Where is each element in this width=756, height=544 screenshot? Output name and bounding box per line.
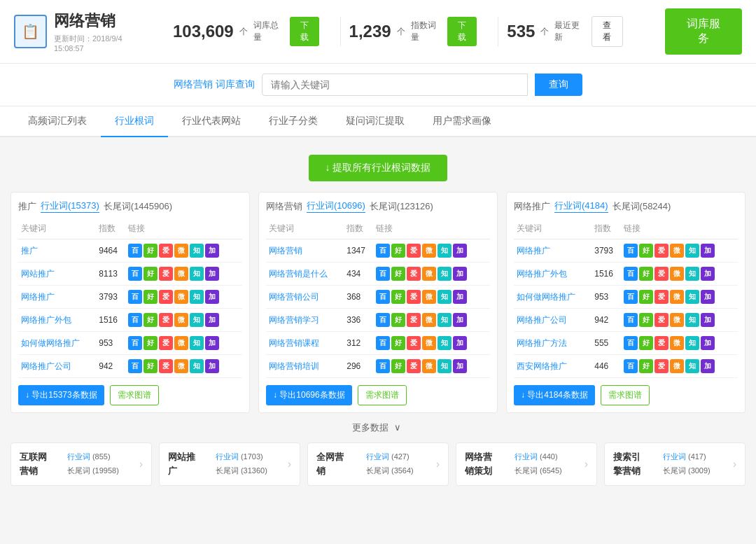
bc-card-3[interactable]: 网络营销策划 行业词 (440) 长尾词 (6545) › xyxy=(456,442,597,486)
platform-badge[interactable]: 知 xyxy=(438,290,451,304)
kw-link[interactable]: 网络营销是什么 xyxy=(269,269,328,279)
platform-badge[interactable]: 百 xyxy=(376,313,390,327)
tab-industry-root[interactable]: 行业根词 xyxy=(101,106,168,137)
col1-demand-btn[interactable]: 需求图谱 xyxy=(110,385,159,405)
platform-badge[interactable]: 加 xyxy=(701,244,715,258)
tab-high-freq[interactable]: 高频词汇列表 xyxy=(14,106,101,137)
platform-badge[interactable]: 知 xyxy=(685,359,699,373)
col3-industry-link[interactable]: 行业词(4184) xyxy=(554,200,608,213)
platform-badge[interactable]: 爱 xyxy=(654,244,668,258)
search-button[interactable]: 查询 xyxy=(535,74,582,96)
platform-badge[interactable]: 好 xyxy=(144,336,158,350)
platform-badge[interactable]: 知 xyxy=(190,336,204,350)
platform-badge[interactable]: 微 xyxy=(422,290,436,304)
platform-badge[interactable]: 知 xyxy=(438,359,451,373)
platform-badge[interactable]: 爱 xyxy=(159,336,173,350)
platform-badge[interactable]: 爱 xyxy=(159,313,173,327)
platform-badge[interactable]: 百 xyxy=(128,313,142,327)
tab-user-demand[interactable]: 用户需求画像 xyxy=(419,106,505,137)
platform-badge[interactable]: 爱 xyxy=(654,267,668,281)
kw-link[interactable]: 网络营销 xyxy=(269,246,302,256)
platform-badge[interactable]: 百 xyxy=(376,267,390,281)
platform-badge[interactable]: 爱 xyxy=(159,244,173,258)
platform-badge[interactable]: 爱 xyxy=(407,359,421,373)
platform-badge[interactable]: 百 xyxy=(624,359,638,373)
platform-badge[interactable]: 百 xyxy=(128,244,142,258)
kw-link[interactable]: 西安网络推广 xyxy=(517,361,567,371)
platform-badge[interactable]: 加 xyxy=(701,313,715,327)
platform-badge[interactable]: 加 xyxy=(701,290,715,304)
bc-card-1[interactable]: 网站推广 行业词 (1703) 长尾词 (31360) › xyxy=(159,442,300,486)
platform-badge[interactable]: 知 xyxy=(685,290,699,304)
platform-badge[interactable]: 百 xyxy=(624,290,638,304)
kw-link[interactable]: 网络推广外包 xyxy=(517,269,567,279)
kw-link[interactable]: 网络推广 xyxy=(21,292,55,302)
bc-card-4[interactable]: 搜索引擎营销 行业词 (417) 长尾词 (3009) › xyxy=(604,442,746,486)
platform-badge[interactable]: 百 xyxy=(624,313,638,327)
platform-badge[interactable]: 好 xyxy=(391,267,405,281)
platform-badge[interactable]: 微 xyxy=(422,313,436,327)
platform-badge[interactable]: 微 xyxy=(670,336,684,350)
col3-export-btn[interactable]: ↓ 导出4184条数据 xyxy=(514,385,595,405)
col3-demand-btn[interactable]: 需求图谱 xyxy=(601,385,650,405)
kw-link[interactable]: 网络推广方法 xyxy=(517,338,567,348)
kw-link[interactable]: 如何做网络推广 xyxy=(21,338,80,348)
search-input[interactable] xyxy=(262,74,528,96)
platform-badge[interactable]: 爱 xyxy=(654,359,668,373)
platform-badge[interactable]: 好 xyxy=(144,359,158,373)
kw-link[interactable]: 网络推广公司 xyxy=(21,361,71,371)
platform-badge[interactable]: 加 xyxy=(453,359,467,373)
platform-badge[interactable]: 好 xyxy=(144,267,158,281)
platform-badge[interactable]: 微 xyxy=(422,359,436,373)
platform-badge[interactable]: 爱 xyxy=(159,267,173,281)
platform-badge[interactable]: 知 xyxy=(438,336,451,350)
platform-badge[interactable]: 百 xyxy=(376,290,390,304)
platform-badge[interactable]: 知 xyxy=(685,336,699,350)
col1-industry-link[interactable]: 行业词(15373) xyxy=(41,200,99,213)
service-button[interactable]: 词库服务 xyxy=(665,8,742,55)
platform-badge[interactable]: 好 xyxy=(391,359,405,373)
platform-badge[interactable]: 好 xyxy=(639,267,653,281)
platform-badge[interactable]: 知 xyxy=(190,313,204,327)
platform-badge[interactable]: 知 xyxy=(190,290,204,304)
platform-badge[interactable]: 加 xyxy=(453,290,467,304)
platform-badge[interactable]: 知 xyxy=(190,267,204,281)
kw-link[interactable]: 如何做网络推广 xyxy=(517,292,575,302)
platform-badge[interactable]: 百 xyxy=(128,267,142,281)
platform-badge[interactable]: 加 xyxy=(701,359,715,373)
platform-badge[interactable]: 知 xyxy=(438,267,451,281)
platform-badge[interactable]: 爱 xyxy=(407,244,421,258)
kw-link[interactable]: 网站推广 xyxy=(21,269,55,279)
platform-badge[interactable]: 微 xyxy=(670,290,684,304)
platform-badge[interactable]: 爱 xyxy=(407,267,421,281)
platform-badge[interactable]: 好 xyxy=(639,313,653,327)
bc-card-0[interactable]: 互联网营销 行业词 (855) 长尾词 (19958) › xyxy=(10,442,152,486)
more-data-row[interactable]: 更多数据 ∨ xyxy=(10,421,746,434)
platform-badge[interactable]: 加 xyxy=(453,336,467,350)
platform-badge[interactable]: 好 xyxy=(639,336,653,350)
platform-badge[interactable]: 微 xyxy=(422,244,436,258)
platform-badge[interactable]: 微 xyxy=(670,359,684,373)
kw-link[interactable]: 网络推广外包 xyxy=(21,315,71,325)
platform-badge[interactable]: 爱 xyxy=(407,336,421,350)
kw-link[interactable]: 网络营销公司 xyxy=(269,292,319,302)
col2-demand-btn[interactable]: 需求图谱 xyxy=(358,385,407,405)
platform-badge[interactable]: 微 xyxy=(670,313,684,327)
platform-badge[interactable]: 百 xyxy=(128,290,142,304)
platform-badge[interactable]: 微 xyxy=(670,267,684,281)
platform-badge[interactable]: 好 xyxy=(391,336,405,350)
kw-link[interactable]: 网络营销课程 xyxy=(269,338,319,348)
platform-badge[interactable]: 微 xyxy=(174,267,188,281)
bc-card-2[interactable]: 全网营销 行业词 (427) 长尾词 (3564) › xyxy=(307,442,449,486)
col1-export-btn[interactable]: ↓ 导出15373条数据 xyxy=(18,385,104,405)
platform-badge[interactable]: 加 xyxy=(205,244,219,258)
platform-badge[interactable]: 爱 xyxy=(654,336,668,350)
view-recent-btn[interactable]: 查看 xyxy=(592,16,622,47)
kw-link[interactable]: 网络营销培训 xyxy=(269,361,319,371)
platform-badge[interactable]: 微 xyxy=(174,313,188,327)
tab-question-words[interactable]: 疑问词汇提取 xyxy=(332,106,419,137)
download-total-btn[interactable]: 下载 xyxy=(290,17,319,46)
platform-badge[interactable]: 加 xyxy=(453,313,467,327)
platform-badge[interactable]: 微 xyxy=(174,359,188,373)
platform-badge[interactable]: 百 xyxy=(376,359,390,373)
